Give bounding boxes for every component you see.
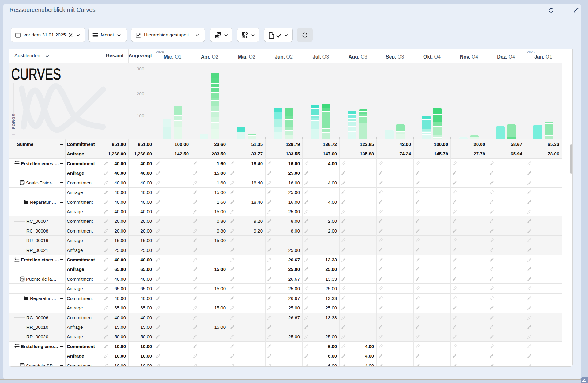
svg-text:2.: 2. xyxy=(12,133,15,135)
svg-text:CURVES: CURVES xyxy=(11,65,61,83)
svg-text:FORGE: FORGE xyxy=(11,113,16,129)
